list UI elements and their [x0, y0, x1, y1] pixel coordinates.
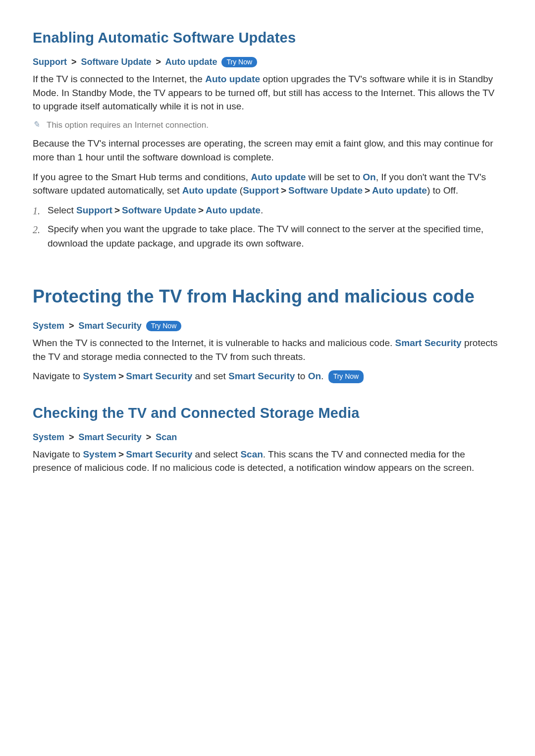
keyword-system: System: [83, 449, 116, 459]
text: .: [261, 205, 263, 215]
paragraph: Because the TV's internal processes are …: [33, 137, 502, 164]
paragraph: If you agree to the Smart Hub terms and …: [33, 170, 502, 198]
keyword-support: Support: [243, 185, 279, 196]
breadcrumb-item: System: [33, 432, 64, 442]
keyword-auto-update: Auto update: [182, 185, 237, 196]
text: (: [237, 185, 243, 196]
breadcrumb-item: Smart Security: [79, 321, 142, 331]
paragraph: Navigate to System>Smart Security and se…: [33, 369, 502, 383]
note-text: This option requires an Internet connect…: [47, 119, 209, 131]
paragraph: If the TV is connected to the Internet, …: [33, 72, 502, 113]
text: If you agree to the Smart Hub terms and …: [33, 172, 251, 182]
document-page: Enabling Automatic Software Updates Supp…: [0, 0, 535, 510]
text: will be set to: [306, 172, 363, 182]
breadcrumb-separator: >: [118, 371, 124, 381]
breadcrumb-separator: >: [146, 432, 152, 442]
try-now-badge[interactable]: Try Now: [328, 370, 364, 383]
text: When the TV is connected to the Internet…: [33, 338, 395, 348]
breadcrumb-item: Scan: [156, 432, 177, 442]
breadcrumb: System > Smart Security Try Now: [33, 321, 502, 331]
breadcrumb-separator: >: [71, 57, 77, 67]
try-now-badge[interactable]: Try Now: [146, 321, 182, 331]
keyword-smart-security: Smart Security: [395, 338, 462, 348]
keyword-scan: Scan: [240, 449, 263, 459]
breadcrumb-item: Smart Security: [79, 432, 142, 442]
note: ✎ This option requires an Internet conne…: [33, 119, 502, 131]
text: If the TV is connected to the Internet, …: [33, 74, 205, 84]
text: to: [295, 371, 308, 381]
section-heading-auto-update: Enabling Automatic Software Updates: [33, 30, 502, 46]
keyword-on: On: [363, 172, 375, 182]
keyword-auto-update: Auto update: [206, 205, 261, 215]
breadcrumb: Support > Software Update > Auto update …: [33, 57, 502, 67]
text: and select: [192, 449, 240, 459]
text: ) to Off.: [427, 185, 458, 196]
breadcrumb-separator: >: [114, 205, 120, 215]
text: Navigate to: [33, 449, 83, 459]
keyword-auto-update: Auto update: [251, 172, 306, 182]
breadcrumb-separator: >: [69, 321, 74, 331]
keyword-smart-security: Smart Security: [126, 371, 192, 381]
try-now-badge[interactable]: Try Now: [221, 57, 257, 67]
breadcrumb-item: Software Update: [81, 57, 152, 67]
keyword-on: On: [308, 371, 321, 381]
text: .: [321, 371, 326, 381]
step-item: Select Support>Software Update>Auto upda…: [33, 203, 502, 218]
keyword-auto-update: Auto update: [205, 74, 260, 84]
paragraph: Navigate to System>Smart Security and se…: [33, 448, 502, 475]
paragraph: When the TV is connected to the Internet…: [33, 336, 502, 363]
breadcrumb-item: Auto update: [165, 57, 217, 67]
section-heading-protecting: Protecting the TV from Hacking and malic…: [33, 286, 502, 307]
breadcrumb-separator: >: [156, 57, 161, 67]
text: and set: [192, 371, 228, 381]
section-heading-checking: Checking the TV and Connected Storage Me…: [33, 405, 502, 421]
breadcrumb-item: Support: [33, 57, 67, 67]
keyword-software-update: Software Update: [122, 205, 196, 215]
keyword-smart-security: Smart Security: [228, 371, 295, 381]
breadcrumb-separator: >: [281, 185, 286, 196]
note-icon: ✎: [33, 120, 40, 130]
text: Navigate to: [33, 371, 83, 381]
keyword-software-update: Software Update: [288, 185, 363, 196]
keyword-smart-security: Smart Security: [126, 449, 192, 459]
steps-list: Select Support>Software Update>Auto upda…: [33, 203, 502, 251]
breadcrumb: System > Smart Security > Scan: [33, 432, 502, 443]
step-item: Specify when you want the upgrade to tak…: [33, 222, 502, 251]
breadcrumb-separator: >: [198, 205, 204, 215]
keyword-auto-update: Auto update: [372, 185, 427, 196]
breadcrumb-separator: >: [69, 432, 74, 442]
breadcrumb-separator: >: [365, 185, 370, 196]
keyword-support: Support: [76, 205, 112, 215]
breadcrumb-item: System: [33, 321, 64, 331]
text: Select: [48, 205, 76, 215]
breadcrumb-separator: >: [118, 449, 124, 459]
keyword-system: System: [83, 371, 116, 381]
